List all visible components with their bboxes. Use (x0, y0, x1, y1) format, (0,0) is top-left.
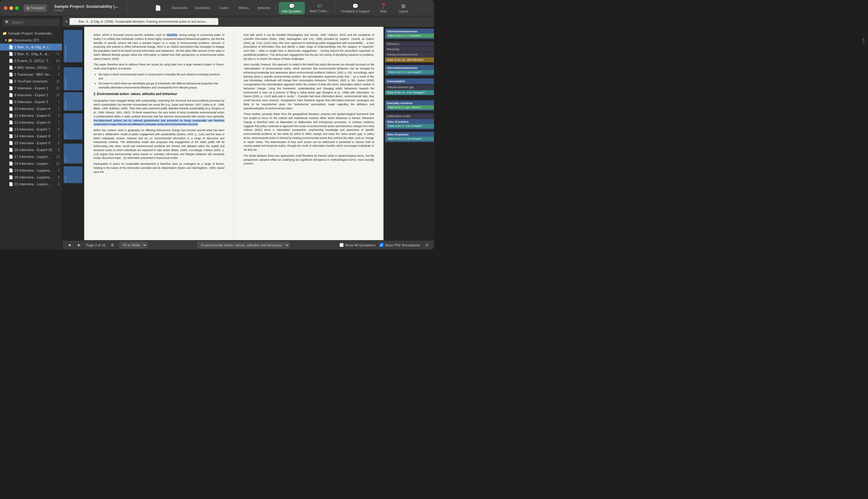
apply-codes-icon: 🏷 (317, 3, 322, 9)
maximize-button[interactable] (15, 6, 19, 10)
apply-codes-button[interactable]: 🏷 Apply Codes... (306, 2, 333, 14)
sidebar-item-doc-11[interactable]: 📄 11 Interview - Expert 5 9 (0, 112, 62, 119)
quotations-check[interactable] (340, 243, 344, 247)
toolbar-btn-file[interactable]: 📄 (149, 4, 167, 12)
toolbar-btn-memos[interactable]: Memos (235, 5, 253, 11)
sidebar-item-doc-13[interactable]: 📄 13 Interview - Expert 7 6 (0, 126, 62, 133)
tab-label: Barr, S., & Gilg, A. (2006). Sustainable… (79, 20, 210, 23)
code-tag-everyday[interactable]: Everyday concerns State of art: Li...ges… (385, 100, 434, 111)
sidebar-item-doc-7[interactable]: 📄 7 Interview - Expert 1 22 (0, 85, 62, 92)
show-quotations-checkbox[interactable]: Show All Quotations (340, 243, 376, 247)
sidebar-item-project[interactable]: 📁 Sample Project: Sustainabi... (0, 30, 62, 37)
next-page-button[interactable]: ▶ (76, 242, 82, 248)
add-quotation-button[interactable]: 💬 Add Quotation (279, 2, 305, 14)
code-label: Information/awareness (387, 30, 434, 33)
code-tag-recycling[interactable]: Recycling (385, 47, 434, 52)
close-tab-icon[interactable]: ✕ (65, 19, 68, 24)
code-tag-consumption[interactable]: Consumption (385, 78, 434, 84)
toolbar-btn-documents[interactable]: Documents (169, 5, 191, 11)
sidebar-item-doc-2[interactable]: 📄 2 Barr, S., Gilg, A., &... 71 (0, 50, 62, 57)
navigator-btn[interactable]: ⊞ Navigator (24, 4, 47, 12)
apply-codes-label: Apply Codes... (309, 9, 330, 13)
code-block-deliberative: Deliberative model Sites of practice Sta… (385, 114, 434, 130)
pdf-check[interactable] (379, 243, 383, 247)
code-label: Information/awareness (387, 66, 434, 70)
layout-panel-btn[interactable]: ⊟ (424, 242, 430, 248)
layout-icon: ⊞ (401, 3, 405, 9)
search-bar[interactable]: 🔍 (2, 19, 60, 26)
show-pdf-checkbox[interactable]: Show PDF Annotations (379, 243, 420, 247)
code-block-consumption: Consumption Attitude-behavior gap State … (385, 78, 434, 95)
sidebar-item-doc-8[interactable]: 📄 8 Interview - Expert 2 25 (0, 92, 62, 98)
doc-icon: 📄 (9, 161, 13, 166)
page-info: Page 2 of 15 (86, 243, 105, 247)
fit-select[interactable]: Fit to Width (119, 242, 147, 248)
toolbar-btn-codes[interactable]: Codes (214, 5, 233, 11)
ann-bar-6[interactable]: 1:1 Th... (63, 166, 82, 183)
sidebar-item-doc-17[interactable]: 📄 17 Interview - Layper... 14 (0, 153, 62, 160)
sidebar-item-doc-3[interactable]: 📄 3 Evans, D. (2011). T... 89 (0, 57, 62, 64)
sidebar-item-doc-9[interactable]: 📄 9 Interview - Expert 3 7 (0, 98, 62, 105)
add-quotation-icon: 💬 (289, 3, 295, 9)
navigator-label: Navigator (31, 6, 44, 10)
doc-count: 6 (58, 73, 60, 76)
code-tag-deliberative[interactable]: Deliberative model (385, 114, 434, 119)
sidebar-item-documents[interactable]: ▾ 📂 Documents (37) (0, 37, 62, 44)
close-button[interactable] (4, 6, 8, 10)
sidebar-item-doc-15[interactable]: 📄 15 Interview - Expert 9 8 (0, 139, 62, 146)
code-tag-h-changed[interactable]: State of art: H...s be changed? (385, 90, 434, 95)
code-tag-sites-2[interactable]: Sites of practice State of art: H...s be… (385, 132, 434, 142)
section-select[interactable]: Environmental action: values, attitudes … (197, 242, 290, 248)
code-tag-attitude-gap[interactable]: Attitude-behavior gap (385, 85, 434, 90)
sidebar-item-doc-10[interactable]: 📄 10 Interview - Expert 4 7 (0, 105, 62, 112)
toolbar-btn-networks[interactable]: Networks (254, 5, 274, 11)
sidebar-item-doc-12[interactable]: 📄 12 Interview - Expert 6 7 (0, 119, 62, 126)
sidebar-item-doc-16[interactable]: 📄 16 Interview - Expert 10 8 (0, 146, 62, 153)
pdf-content-col2[interactable]: trust with which it can be handled (MacN… (234, 27, 383, 240)
ann-bar-5[interactable]: 1:6 Th... (63, 144, 82, 163)
code-sublabel: State of art: H...s be changed? (387, 137, 434, 141)
doc-count: 0 (58, 66, 60, 70)
layout-button[interactable]: ⊞ Layout (394, 2, 413, 14)
document-body: 1:7 nature of the... 1:3 Implicit... 1:8… (62, 27, 434, 240)
sidebar-item-doc-4[interactable]: 📄 4 BBC News. (2019).... 0 (0, 64, 62, 71)
code-label: Saving energy/resources (387, 53, 434, 56)
sidebar-item-doc-14[interactable]: 📄 14 Interview - Expert 8 7 (0, 133, 62, 139)
toolbar-btn-quotations[interactable]: Quotations (192, 5, 213, 11)
sidebar-item-doc-21[interactable]: 📄 21 Interview - Layers... 8 (0, 181, 62, 187)
sidebar-item-doc-5[interactable]: 📄 5 Transcript - BBC Ne... 6 (0, 71, 62, 78)
code-tag-behaviors[interactable]: Behaviors (385, 41, 434, 46)
sidebar-item-doc-1[interactable]: 📄 1 Barr, S., & Gilg, A. (... 77 (0, 44, 62, 50)
app-window: ⊞ Navigator Sample Project: Sustainabili… (0, 0, 434, 250)
active-tab[interactable]: 📄 Barr, S., & Gilg, A. (2006). Sustainab… (70, 18, 218, 25)
code-tag-info-awareness[interactable]: Information/awareness State of art: Li..… (385, 29, 434, 39)
minimize-button[interactable] (9, 6, 13, 10)
feedback-button[interactable]: 💬 Feedback & Support (338, 2, 372, 14)
doc-label: 16 Interview - Expert 10 (14, 148, 52, 152)
thumbnail-btn[interactable]: ⊞ (109, 242, 116, 248)
pdf-content[interactable]: action, which is focussed around specifi… (84, 27, 234, 240)
doc-count: 25 (56, 94, 60, 97)
prev-page-button[interactable]: ◀ (66, 242, 72, 248)
sidebar-item-doc-20[interactable]: 📄 20 Interview - Laypers... 9 (0, 174, 62, 181)
ann-bar-3[interactable]: 1:86 Most... (63, 92, 82, 111)
feedback-icon: 💬 (352, 3, 358, 9)
sidebar-item-doc-18[interactable]: 📄 18 Interview - Layper... 20 (0, 160, 62, 167)
sidebar-item-doc-6[interactable]: 📄 6 YouTube comment... 36 (0, 78, 62, 85)
code-label: Behaviors (387, 42, 434, 46)
code-tag-info-awareness-2[interactable]: Information/awareness State of art: H...… (385, 65, 434, 75)
doc-label: 14 Interview - Expert 8 (14, 134, 50, 138)
code-tag-wable[interactable]: State of art: W...able lifestyle? (385, 57, 434, 62)
code-tag-sites-1[interactable]: Sites of practice State of art: H...s be… (385, 119, 434, 129)
code-label: Sites of practice (387, 133, 434, 136)
search-input[interactable] (12, 20, 57, 25)
code-tag-saving[interactable]: Saving energy/resources (385, 52, 434, 57)
project-title: Sample Project: Sustainability (... (54, 4, 118, 9)
ann-bar-1[interactable]: 1:7 nature of the... (63, 30, 82, 62)
ann-bar-2[interactable]: 1:3 Implicit... (63, 67, 82, 90)
ann-bar-4[interactable]: 1:5 p... (63, 113, 82, 139)
doc-count: 8 (58, 142, 60, 145)
doc-icon: 📄 (9, 59, 13, 63)
sidebar-item-doc-19[interactable]: 📄 19 Interview - Laypers... 6 (0, 167, 62, 174)
help-button[interactable]: ❓ Help (374, 2, 393, 14)
